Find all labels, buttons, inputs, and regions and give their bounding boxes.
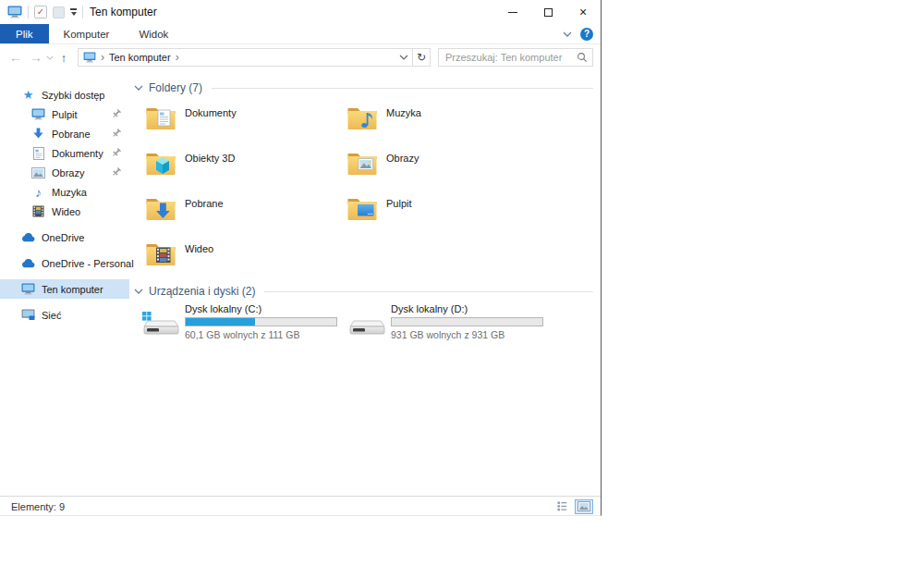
drives-row: Dysk lokalny (C:) 60,1 GB wolnych z 111 … [141,303,593,340]
drive-free-space: 931 GB wolnych z 931 GB [391,329,543,340]
maximize-button[interactable] [530,0,565,24]
drive-tile-d[interactable]: Dysk lokalny (D:) 931 GB wolnych z 931 G… [347,303,553,340]
help-icon[interactable]: ? [580,28,593,41]
navigation-pane: ★ Szybki dostęp Pulpit Pobrane [0,70,129,496]
group-divider [212,88,593,89]
capacity-fill [186,318,255,326]
tab-plik[interactable]: Plik [0,24,49,43]
folder-documents-icon [145,103,176,131]
divider [82,6,83,18]
onedrive-cloud-icon [21,259,36,268]
group-divider [264,291,593,292]
quick-access-toolbar: ✓ [0,6,83,18]
address-bar[interactable]: › Ten komputer › [78,48,413,67]
group-header-drives[interactable]: Urządzenia i dyski (2) [134,285,593,298]
sidebar-item-quick-access[interactable]: ★ Szybki dostęp [0,85,129,105]
minimize-icon [508,12,517,13]
sidebar-item-onedrive[interactable]: OneDrive [0,228,129,247]
sidebar-item-onedrive-personal[interactable]: OneDrive - Personal [0,253,129,273]
minimize-button[interactable] [495,0,530,24]
qat-new-folder-icon[interactable] [53,6,65,18]
collapse-ribbon-chevron-icon[interactable] [563,31,572,37]
navigation-bar: ← → ↑ › Ten komputer › ↻ [0,44,601,70]
details-view-button[interactable] [557,501,570,511]
status-bar: Elementy: 9 [0,496,601,516]
large-icons-view-button[interactable] [575,499,593,514]
sidebar-item-dokumenty[interactable]: Dokumenty [0,143,129,163]
sidebar-item-muzyka[interactable]: ♪ Muzyka [0,182,129,202]
folder-tile-obiekty-3d[interactable]: Obiekty 3D [145,148,346,182]
breadcrumb-computer-icon [83,52,96,63]
folder-3d-objects-icon [145,148,176,177]
computer-monitor-icon [21,283,35,295]
sidebar-item-pulpit[interactable]: Pulpit [0,105,129,124]
search-icon[interactable] [577,52,588,63]
capacity-bar [185,317,337,326]
pin-icon [112,148,121,157]
qat-customize-dropdown-icon[interactable] [70,8,77,16]
title-bar: ✓ Ten komputer × [0,0,601,24]
folders-grid: Dokumenty Muzyka [145,103,593,273]
capacity-bar [391,317,543,326]
music-note-icon: ♪ [35,186,42,199]
qat-properties-icon[interactable]: ✓ [34,6,47,18]
items-count: Elementy: 9 [11,501,65,512]
maximize-icon [544,8,553,17]
back-button[interactable]: ← [6,50,26,65]
folder-music-icon [346,103,378,131]
sidebar-item-siec[interactable]: Sieć [0,305,129,325]
folder-tile-obrazy[interactable]: Obrazy [346,148,548,182]
onedrive-cloud-icon [21,233,36,242]
breadcrumb-separator[interactable]: › [101,51,104,64]
close-icon: × [579,6,587,18]
ribbon-tab-bar: Plik Komputer Widok ? [0,24,601,44]
document-icon [33,147,44,160]
explorer-window: ✓ Ten komputer × Plik Komputer Widok ? ←… [0,0,602,516]
drive-name: Dysk lokalny (D:) [391,303,543,315]
video-filmstrip-icon [32,205,44,217]
drive-tile-c[interactable]: Dysk lokalny (C:) 60,1 GB wolnych z 111 … [141,303,347,340]
search-box [438,48,593,67]
close-button[interactable]: × [565,0,601,24]
folder-videos-icon [145,239,176,267]
sidebar-item-pobrane[interactable]: Pobrane [0,124,129,143]
folder-tile-wideo[interactable]: Wideo [145,239,346,273]
divider [28,6,29,18]
pin-icon [112,109,121,118]
folder-tile-pulpit[interactable]: Pulpit [346,193,548,228]
tab-komputer[interactable]: Komputer [49,24,125,43]
breadcrumb-separator[interactable]: › [176,51,179,64]
large-icons-view-icon [578,501,590,511]
desktop-monitor-icon [31,108,45,120]
chevron-down-icon [134,85,143,91]
window-title: Ten komputer [90,6,157,18]
folder-downloads-icon [145,193,176,222]
sidebar-item-ten-komputer[interactable]: Ten komputer [0,279,129,299]
up-button[interactable]: ↑ [54,51,74,65]
pin-icon [112,129,121,138]
refresh-button[interactable]: ↻ [413,48,431,67]
tab-widok[interactable]: Widok [124,24,183,43]
downloads-arrow-icon [32,128,44,140]
app-computer-icon[interactable] [7,6,22,18]
folder-desktop-icon [346,193,378,222]
hard-drive-windows-icon [141,311,180,338]
pictures-icon [31,167,45,178]
breadcrumb[interactable]: Ten komputer [109,52,171,63]
group-header-folders[interactable]: Foldery (7) [134,81,593,94]
drive-free-space: 60,1 GB wolnych z 111 GB [185,329,337,340]
address-dropdown-chevron-icon[interactable] [399,55,408,60]
folder-tile-dokumenty[interactable]: Dokumenty [145,103,346,137]
network-icon [21,309,35,321]
folder-tile-muzyka[interactable]: Muzyka [346,103,548,137]
sidebar-item-obrazy[interactable]: Obrazy [0,163,129,182]
folder-pictures-icon [346,148,378,177]
forward-button[interactable]: → [26,50,46,65]
recent-locations-chevron-icon[interactable] [46,55,54,60]
search-input[interactable] [445,52,577,63]
folder-tile-pobrane[interactable]: Pobrane [145,193,346,228]
drive-name: Dysk lokalny (C:) [185,303,337,315]
hard-drive-icon [347,311,386,338]
sidebar-item-wideo[interactable]: Wideo [0,202,129,221]
chevron-down-icon [134,289,143,294]
